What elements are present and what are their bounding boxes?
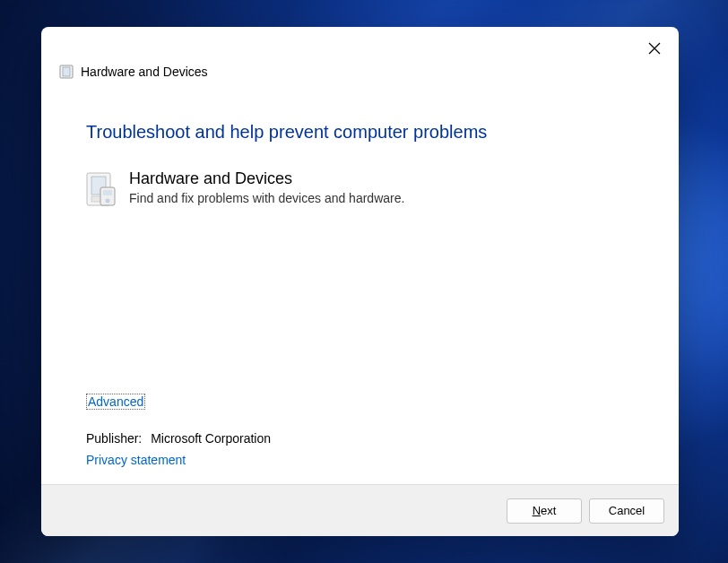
titlebar [41,27,679,70]
svg-rect-3 [63,67,70,76]
page-heading: Troubleshoot and help prevent computer p… [86,122,634,143]
advanced-link[interactable]: Advanced [86,394,145,410]
troubleshooter-dialog: Hardware and Devices Troubleshoot and he… [41,27,679,536]
next-accelerator: N [533,504,541,517]
troubleshooter-small-icon [59,65,74,79]
troubleshooter-name: Hardware and Devices [129,169,634,189]
hardware-devices-icon [86,171,117,207]
dialog-header: Hardware and Devices [41,65,679,91]
svg-point-9 [106,199,110,204]
next-suffix: ext [541,504,556,517]
next-button[interactable]: Next [507,498,582,524]
troubleshooter-description: Find and fix problems with devices and h… [129,191,634,205]
dialog-content: Troubleshoot and help prevent computer p… [41,91,679,484]
publisher-name: Microsoft Corporation [151,431,271,446]
close-icon [648,42,661,55]
bottom-section: Advanced Publisher: Microsoft Corporatio… [86,394,634,484]
svg-rect-8 [103,190,112,195]
close-button[interactable] [634,34,675,63]
dialog-title: Hardware and Devices [81,65,208,79]
button-bar: Next Cancel [41,484,679,536]
privacy-statement-link[interactable]: Privacy statement [86,453,186,467]
cancel-button[interactable]: Cancel [589,498,664,524]
publisher-label: Publisher: [86,431,142,446]
troubleshooter-item: Hardware and Devices Find and fix proble… [86,169,634,207]
troubleshooter-text: Hardware and Devices Find and fix proble… [129,169,634,205]
publisher-row: Publisher: Microsoft Corporation [86,431,634,446]
